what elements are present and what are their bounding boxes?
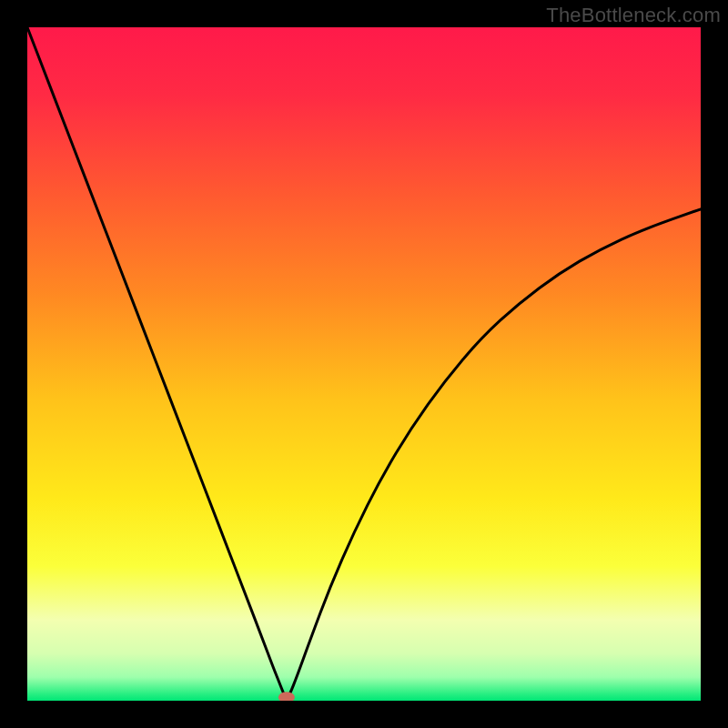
svg-point-1: [278, 692, 295, 701]
chart-curve: [27, 27, 701, 701]
plot-area: [27, 27, 701, 701]
watermark-text: TheBottleneck.com: [546, 4, 721, 27]
